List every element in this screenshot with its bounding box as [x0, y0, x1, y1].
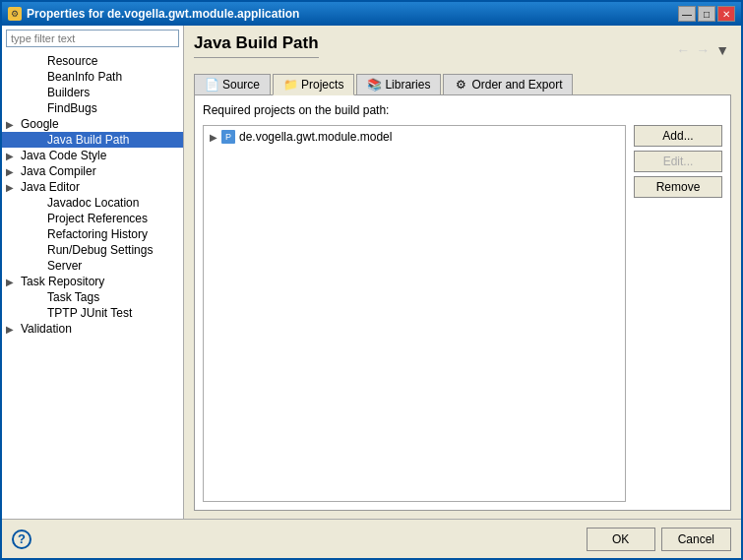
- titlebar-left: ⚙ Properties for de.vogella.gwt.module.a…: [8, 7, 299, 21]
- sidebar-item-run-debug-settings[interactable]: Run/Debug Settings: [2, 242, 183, 258]
- project-name: de.vogella.gwt.module.model: [239, 130, 392, 144]
- titlebar-buttons: — □ ✕: [678, 6, 735, 22]
- action-buttons: Add... Edit... Remove: [634, 125, 722, 502]
- sidebar-item-google[interactable]: ▶Google: [2, 116, 183, 132]
- sidebar-item-server[interactable]: Server: [2, 258, 183, 274]
- sidebar-item-task-tags[interactable]: Task Tags: [2, 289, 183, 305]
- expand-icon: ▶: [6, 151, 18, 161]
- edit-button[interactable]: Edit...: [634, 151, 722, 172]
- expand-icon: ▶: [6, 166, 18, 177]
- nav-arrows: ← → ▼: [674, 42, 731, 58]
- project-expand-icon: ▶: [210, 132, 217, 143]
- filter-input[interactable]: [6, 30, 179, 47]
- window-title: Properties for de.vogella.gwt.module.app…: [27, 7, 299, 21]
- expand-icon: ▶: [6, 119, 18, 130]
- required-label: Required projects on the build path:: [203, 103, 722, 117]
- sidebar-item-java-editor[interactable]: ▶Java Editor: [2, 179, 183, 195]
- build-path-area: ▶ P de.vogella.gwt.module.model Add... E…: [203, 125, 722, 502]
- tab-order-and-export[interactable]: ⚙Order and Export: [443, 74, 573, 95]
- project-item[interactable]: ▶ P de.vogella.gwt.module.model: [206, 128, 623, 146]
- sidebar-item-validation[interactable]: ▶Validation: [2, 321, 183, 337]
- tab-projects[interactable]: 📁Projects: [273, 74, 354, 95]
- sidebar-item-task-repository[interactable]: ▶Task Repository: [2, 274, 183, 289]
- ok-button[interactable]: OK: [587, 528, 655, 551]
- sidebar-item-java-build-path[interactable]: Java Build Path: [2, 132, 183, 148]
- tab-source[interactable]: 📄Source: [194, 74, 271, 95]
- main-window: ⚙ Properties for de.vogella.gwt.module.a…: [0, 0, 743, 560]
- back-arrow[interactable]: ←: [674, 42, 692, 58]
- bottom-buttons: OK Cancel: [587, 528, 731, 551]
- sidebar-item-java-code-style[interactable]: ▶Java Code Style: [2, 148, 183, 163]
- expand-icon: ▶: [6, 182, 18, 193]
- add-button[interactable]: Add...: [634, 125, 722, 147]
- sidebar: ResourceBeanInfo PathBuildersFindBugs▶Go…: [2, 26, 184, 519]
- src-tab-icon: 📄: [205, 78, 218, 92]
- titlebar: ⚙ Properties for de.vogella.gwt.module.a…: [2, 2, 741, 26]
- remove-button[interactable]: Remove: [634, 176, 722, 198]
- tab-content: Required projects on the build path: ▶ P…: [194, 94, 731, 511]
- sidebar-item-beaninfo-path[interactable]: BeanInfo Path: [2, 69, 183, 85]
- minimize-button[interactable]: —: [678, 6, 696, 22]
- expand-icon: ▶: [6, 277, 18, 287]
- sidebar-item-resource[interactable]: Resource: [2, 53, 183, 69]
- sidebar-item-refactoring-history[interactable]: Refactoring History: [2, 226, 183, 242]
- help-button[interactable]: ?: [12, 529, 31, 549]
- cancel-button[interactable]: Cancel: [661, 528, 731, 551]
- sidebar-item-javadoc-location[interactable]: Javadoc Location: [2, 195, 183, 211]
- prj-tab-icon: 📁: [283, 78, 297, 92]
- sidebar-item-builders[interactable]: Builders: [2, 85, 183, 100]
- dropdown-arrow[interactable]: ▼: [713, 42, 731, 58]
- bottom-bar: ? OK Cancel: [2, 519, 741, 558]
- close-button[interactable]: ✕: [717, 6, 735, 22]
- panel-title: Java Build Path: [194, 33, 319, 58]
- main-content: ResourceBeanInfo PathBuildersFindBugs▶Go…: [2, 26, 741, 519]
- project-list: ▶ P de.vogella.gwt.module.model: [203, 125, 626, 502]
- window-icon: ⚙: [8, 7, 22, 21]
- sidebar-list: ResourceBeanInfo PathBuildersFindBugs▶Go…: [2, 51, 183, 519]
- ord-tab-icon: ⚙: [454, 78, 467, 92]
- project-folder-icon: P: [221, 130, 235, 144]
- tabs-container: 📄Source📁Projects📚Libraries⚙Order and Exp…: [194, 74, 731, 95]
- sidebar-item-findbugs[interactable]: FindBugs: [2, 100, 183, 116]
- sidebar-item-java-compiler[interactable]: ▶Java Compiler: [2, 163, 183, 179]
- expand-icon: ▶: [6, 324, 18, 335]
- tab-libraries[interactable]: 📚Libraries: [356, 74, 441, 95]
- maximize-button[interactable]: □: [698, 6, 715, 22]
- sidebar-item-project-references[interactable]: Project References: [2, 211, 183, 226]
- panel-header: Java Build Path ← → ▼: [194, 33, 731, 66]
- sidebar-item-tptp-junit-test[interactable]: TPTP JUnit Test: [2, 305, 183, 321]
- forward-arrow[interactable]: →: [694, 42, 712, 58]
- right-panel: Java Build Path ← → ▼ 📄Source📁Projects📚L…: [184, 26, 741, 519]
- lib-tab-icon: 📚: [367, 78, 381, 92]
